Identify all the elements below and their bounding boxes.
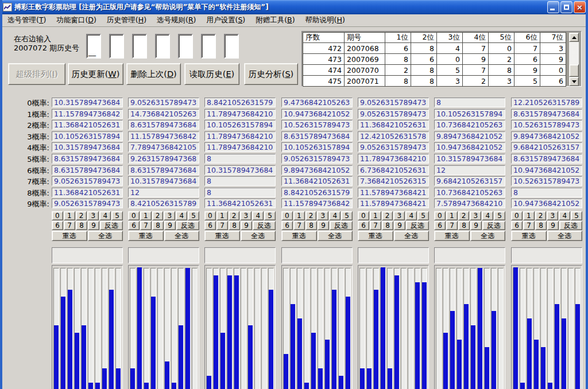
reselect-button[interactable]: 重选	[511, 231, 547, 241]
selection-readout-4[interactable]	[281, 247, 353, 263]
history-digit-input-3[interactable]	[155, 34, 170, 59]
digit-button-0[interactable]: 0	[128, 211, 140, 220]
digit-button-8[interactable]: 8	[458, 221, 470, 230]
prob-field-pos7-digit4[interactable]: 9.6842105263157	[511, 142, 582, 152]
select-all-button[interactable]: 全选	[547, 231, 583, 241]
prob-field-pos7-digit6[interactable]: 10.947368421052	[511, 165, 582, 175]
prob-field-pos4-digit1[interactable]: 10.947368421052	[281, 109, 353, 119]
prob-field-pos2-digit4[interactable]: 7.7894736842105	[128, 142, 199, 152]
digit-button-0[interactable]: 0	[204, 211, 216, 220]
prob-field-pos7-digit1[interactable]: 8.6315789473684	[511, 109, 582, 119]
digit-button-9[interactable]: 9	[470, 221, 482, 230]
prob-field-pos6-digit8[interactable]: 10.736842105263	[434, 188, 505, 197]
reselect-button[interactable]: 重选	[281, 231, 317, 241]
digit-button-5[interactable]: 5	[494, 211, 505, 220]
digit-button-3[interactable]: 3	[470, 211, 481, 220]
digit-button-8[interactable]: 8	[382, 221, 393, 230]
digit-button-4[interactable]: 4	[252, 211, 264, 220]
prob-field-pos7-digit0[interactable]: 12.210526315789	[511, 98, 582, 107]
prob-field-pos2-digit0[interactable]: 9.0526315789473	[128, 98, 199, 107]
digit-button-2[interactable]: 2	[305, 211, 317, 220]
digit-button-1[interactable]: 1	[293, 211, 305, 220]
scrollbar-track[interactable]	[569, 42, 579, 77]
digit-button-6[interactable]: 6	[511, 221, 523, 230]
prob-field-pos1-digit0[interactable]: 10.315789473684	[52, 98, 123, 107]
prob-field-pos3-digit6[interactable]: 10.315789473684	[204, 165, 276, 175]
scroll-down-button[interactable]	[569, 77, 579, 86]
digit-button-3[interactable]: 3	[547, 211, 558, 220]
prob-field-pos3-digit1[interactable]: 11.789473684210	[204, 109, 276, 119]
invert-selection-button[interactable]: 反选	[330, 221, 353, 230]
digit-button-5[interactable]: 5	[111, 211, 123, 220]
digit-button-8[interactable]: 8	[152, 221, 164, 230]
digit-button-7[interactable]: 7	[523, 221, 535, 230]
history-digit-input-6[interactable]	[224, 34, 239, 59]
prob-field-pos5-digit6[interactable]: 6.7368421052631	[358, 165, 429, 175]
prob-field-pos4-digit0[interactable]: 9.4736842105263	[281, 98, 353, 107]
digit-button-7[interactable]: 7	[370, 221, 381, 230]
digit-button-1[interactable]: 1	[370, 211, 381, 220]
prob-field-pos7-digit3[interactable]: 9.8947368421052	[511, 131, 582, 141]
digit-button-4[interactable]: 4	[99, 211, 111, 220]
menu-item-3[interactable]: 选号规则(R)	[152, 14, 201, 26]
menu-item-5[interactable]: 附赠工具(B)	[250, 14, 300, 26]
digit-button-3[interactable]: 3	[164, 211, 175, 220]
digit-button-5[interactable]: 5	[188, 211, 199, 220]
digit-button-2[interactable]: 2	[76, 211, 87, 220]
prob-field-pos2-digit7[interactable]: 10.315789473684	[128, 176, 199, 186]
history-digit-input-4[interactable]	[178, 34, 193, 59]
digit-button-2[interactable]: 2	[229, 211, 240, 220]
digit-button-5[interactable]: 5	[571, 211, 582, 220]
prob-field-pos5-digit1[interactable]: 9.0526315789473	[358, 109, 429, 119]
table-row[interactable]: 47320070698609269	[303, 54, 566, 65]
prob-field-pos6-digit4[interactable]: 10.947368421052	[434, 142, 505, 152]
invert-selection-button[interactable]: 反选	[100, 221, 123, 230]
selection-readout-3[interactable]	[204, 247, 276, 263]
digit-button-2[interactable]: 2	[382, 211, 393, 220]
prob-field-pos6-digit3[interactable]: 9.8947368421052	[434, 131, 505, 141]
maximize-button[interactable]	[560, 1, 572, 13]
digit-button-2[interactable]: 2	[535, 211, 547, 220]
prob-field-pos1-digit4[interactable]: 10.315789473684	[52, 142, 123, 152]
prob-field-pos3-digit8[interactable]: 8	[204, 188, 276, 197]
digit-button-3[interactable]: 3	[240, 211, 252, 220]
digit-button-3[interactable]: 3	[87, 211, 99, 220]
digit-button-3[interactable]: 3	[317, 211, 328, 220]
reselect-button[interactable]: 重选	[204, 231, 240, 241]
scrollbar-thumb[interactable]	[569, 64, 579, 77]
digit-button-4[interactable]: 4	[559, 211, 570, 220]
prob-field-pos1-digit6[interactable]: 8.6315789473684	[52, 165, 123, 175]
digit-button-7[interactable]: 7	[64, 221, 75, 230]
history-analyze-button[interactable]: 历史分析(S)	[244, 63, 298, 85]
digit-button-4[interactable]: 4	[482, 211, 493, 220]
prob-field-pos1-digit3[interactable]: 10.105263157894	[52, 131, 123, 141]
selection-readout-2[interactable]	[128, 247, 199, 263]
prob-field-pos5-digit0[interactable]: 9.0526315789473	[358, 98, 429, 107]
digit-button-4[interactable]: 4	[329, 211, 341, 220]
history-digit-input-0[interactable]: __	[86, 34, 101, 59]
digit-button-7[interactable]: 7	[216, 221, 228, 230]
digit-button-3[interactable]: 3	[393, 211, 405, 220]
digit-button-8[interactable]: 8	[535, 221, 547, 230]
prob-field-pos7-digit9[interactable]: 10.947368421052	[511, 199, 582, 208]
digit-button-6[interactable]: 6	[128, 221, 140, 230]
prob-field-pos6-digit0[interactable]: 8	[434, 98, 505, 107]
digit-button-6[interactable]: 6	[204, 221, 216, 230]
prob-field-pos3-digit5[interactable]: 8	[204, 154, 276, 164]
prob-field-pos3-digit7[interactable]: 8	[204, 176, 276, 186]
prob-field-pos6-digit6[interactable]: 12	[434, 165, 505, 175]
history-digit-input-5[interactable]	[201, 34, 216, 59]
prob-field-pos4-digit7[interactable]: 11.368421052631	[281, 176, 353, 186]
digit-button-1[interactable]: 1	[140, 211, 152, 220]
invert-selection-button[interactable]: 反选	[406, 221, 429, 230]
prob-field-pos2-digit8[interactable]: 12	[128, 188, 199, 197]
prob-field-pos7-digit8[interactable]: 8	[511, 188, 582, 197]
select-all-button[interactable]: 全选	[241, 231, 276, 241]
reselect-button[interactable]: 重选	[52, 231, 87, 241]
select-all-button[interactable]: 全选	[318, 231, 353, 241]
selection-readout-5[interactable]	[358, 247, 429, 263]
digit-button-8[interactable]: 8	[305, 221, 317, 230]
selection-readout-7[interactable]	[511, 247, 582, 263]
prob-field-pos4-digit4[interactable]: 10.105263157894	[281, 142, 353, 152]
digit-button-0[interactable]: 0	[511, 211, 523, 220]
